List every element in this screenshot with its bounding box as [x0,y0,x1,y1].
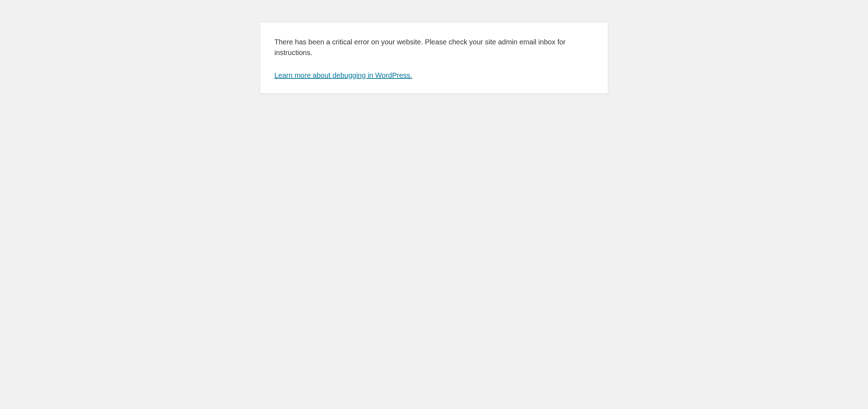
error-box: There has been a critical error on your … [260,22,608,94]
debug-link[interactable]: Learn more about debugging in WordPress. [274,71,412,79]
error-message: There has been a critical error on your … [274,37,594,58]
